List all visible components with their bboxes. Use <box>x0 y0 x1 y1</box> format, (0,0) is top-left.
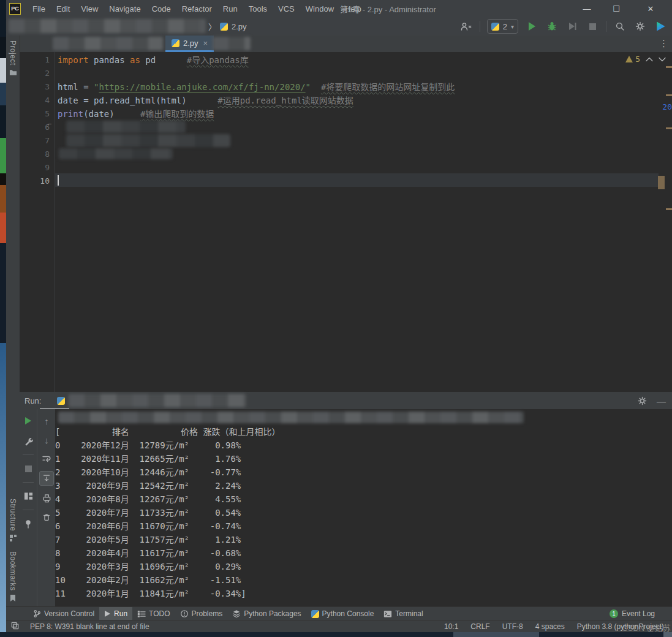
toolbtn-todo[interactable]: TODO <box>132 607 175 620</box>
warning-count: 5 <box>635 55 640 64</box>
stop-button[interactable] <box>586 20 599 33</box>
menu-window[interactable]: Window <box>300 0 339 17</box>
scrollbar-warning-mark[interactable] <box>666 127 672 129</box>
run-toolbar-outer <box>20 409 37 611</box>
tool-window-bar: Version Control Run TODO Problems Python… <box>6 606 672 620</box>
line-number: 7 <box>20 134 55 148</box>
restore-layout-icon[interactable] <box>21 489 35 503</box>
indent-style[interactable]: 4 spaces <box>529 622 571 631</box>
menu-tools[interactable]: Tools <box>243 0 273 17</box>
search-everywhere-icon[interactable] <box>613 20 627 33</box>
line-number: 3 <box>20 80 55 94</box>
code-editor[interactable]: 1 2 3 4 5 6 7 8 9 10 ⌐ import pandas as … <box>20 52 672 392</box>
censored-code <box>66 134 230 147</box>
menu-edit[interactable]: Edit <box>51 0 75 17</box>
inspections-widget[interactable]: 5 <box>625 55 666 64</box>
code-line-5: print(date) #输出爬取到的数据 <box>58 107 672 121</box>
git-branch-icon <box>33 609 41 618</box>
line-ending[interactable]: CRLF <box>464 622 496 631</box>
tool-window-stripe: Project Structure Bookmarks <box>6 36 20 606</box>
censored-breadcrumb <box>9 19 206 33</box>
run-play-icon <box>104 610 111 617</box>
menu-code[interactable]: Code <box>146 0 176 17</box>
scrollbar-warning-mark[interactable] <box>666 66 672 68</box>
console-line: 6 2020年6月 11670元/m² -0.74% <box>55 519 672 533</box>
toolbtn-problems[interactable]: Problems <box>175 607 228 620</box>
console-line: 2 2020年10月 12446元/m² -0.77% <box>55 466 672 479</box>
breadcrumb-file[interactable]: 2.py <box>232 22 247 31</box>
next-warning-icon[interactable] <box>659 57 666 62</box>
menu-vcs[interactable]: VCS <box>273 0 300 17</box>
file-encoding[interactable]: UTF-8 <box>496 622 529 631</box>
tab-2py[interactable]: 2.py × <box>165 36 214 52</box>
tab-close-icon[interactable]: × <box>203 39 208 48</box>
editor-options-icon[interactable]: ⋮ <box>659 38 668 49</box>
toolbtn-python-console[interactable]: Python Console <box>306 607 379 620</box>
code-line-9 <box>58 161 672 175</box>
warning-icon <box>625 56 633 62</box>
wrench-settings-icon[interactable] <box>21 434 35 448</box>
run-settings-gear-icon[interactable] <box>638 396 647 405</box>
tool-window-switcher-icon[interactable] <box>6 622 24 631</box>
menu-run[interactable]: Run <box>217 0 243 17</box>
pin-icon[interactable] <box>21 517 35 530</box>
stop-console-button[interactable] <box>21 462 35 475</box>
run-console-output[interactable]: [ 排名 价格 涨跌（和上月相比） 0 2020年12月 12789元/m² 0… <box>55 409 672 606</box>
toolbtn-event-log[interactable]: 1 Event Log <box>610 607 655 620</box>
code-line-3: html = "https://mobile.anjuke.com/xf/fj-… <box>58 80 672 94</box>
console-line: 3 2020年9月 12542元/m² 2.24% <box>55 479 672 492</box>
prev-warning-icon[interactable] <box>646 57 653 62</box>
chevron-down-icon: ▾ <box>511 23 514 30</box>
toolbtn-version-control[interactable]: Version Control <box>28 607 99 620</box>
soft-wrap-icon[interactable] <box>40 452 53 466</box>
caret-position[interactable]: 10:1 <box>438 622 464 631</box>
run-configuration-select[interactable]: 2 ▾ <box>487 19 518 34</box>
code-text[interactable]: import pandas as pd #导入pandas库 html = "h… <box>58 52 672 188</box>
rerun-button[interactable] <box>21 414 35 428</box>
python-file-icon <box>172 39 179 47</box>
scrollbar-warning-mark[interactable] <box>666 208 672 210</box>
menu-navigate[interactable]: Navigate <box>104 0 146 17</box>
editor-gutter: 1 2 3 4 5 6 7 8 9 10 <box>20 52 55 393</box>
user-account-icon[interactable] <box>459 20 473 33</box>
hide-panel-icon[interactable]: — <box>657 396 666 406</box>
console-line: 5 2020年7月 11733元/m² 0.54% <box>55 506 672 519</box>
folder-icon <box>9 69 17 76</box>
sidebar-item-bookmarks[interactable]: Bookmarks <box>6 551 20 602</box>
print-icon[interactable] <box>40 491 53 505</box>
settings-gear-icon[interactable] <box>633 20 647 33</box>
sidebar-item-structure[interactable]: Structure <box>6 499 20 542</box>
fold-marker-icon[interactable]: ⌐ <box>48 121 52 129</box>
scrollbar-thumb[interactable] <box>658 176 665 189</box>
minimize-button[interactable]: — <box>575 0 599 17</box>
toolbtn-terminal[interactable]: Terminal <box>379 607 428 620</box>
console-line: 11 2020年1月 11841元/m² -0.34%] <box>55 587 672 600</box>
run-with-coverage-icon[interactable] <box>565 20 579 33</box>
window-title: 第5章 - 2.py - Administrator <box>340 0 436 17</box>
sidebar-item-project[interactable]: Project <box>6 40 20 76</box>
down-stacktrace-icon[interactable]: ↓ <box>40 433 53 447</box>
toolbtn-run[interactable]: Run <box>99 607 132 620</box>
event-log-badge: 1 <box>610 609 618 618</box>
up-stacktrace-icon[interactable]: ↑ <box>40 414 53 428</box>
scroll-to-end-icon[interactable] <box>39 471 54 486</box>
run-button[interactable] <box>525 20 538 33</box>
menu-file[interactable]: File <box>27 0 51 17</box>
console-line: 0 2020年12月 12789元/m² 0.98% <box>55 439 672 452</box>
gradient-triangle-icon[interactable] <box>654 20 667 33</box>
menu-view[interactable]: View <box>75 0 104 17</box>
console-line: 8 2020年4月 11617元/m² -0.68% <box>55 546 672 560</box>
python-console-icon <box>311 610 319 618</box>
toolbtn-python-packages[interactable]: Python Packages <box>227 607 306 620</box>
debug-button[interactable] <box>545 20 559 33</box>
line-number: 9 <box>20 161 55 175</box>
clear-console-icon[interactable] <box>40 510 53 524</box>
text-caret <box>58 175 59 186</box>
menu-refactor[interactable]: Refactor <box>176 0 217 17</box>
censored-code <box>66 121 186 133</box>
maximize-button[interactable]: ☐ <box>604 0 629 17</box>
status-message[interactable]: PEP 8: W391 blank line at end of file <box>24 622 156 631</box>
scrollbar-warning-mark[interactable] <box>666 94 672 96</box>
censored-command-line <box>58 412 524 423</box>
close-button[interactable]: ✕ <box>638 0 663 17</box>
